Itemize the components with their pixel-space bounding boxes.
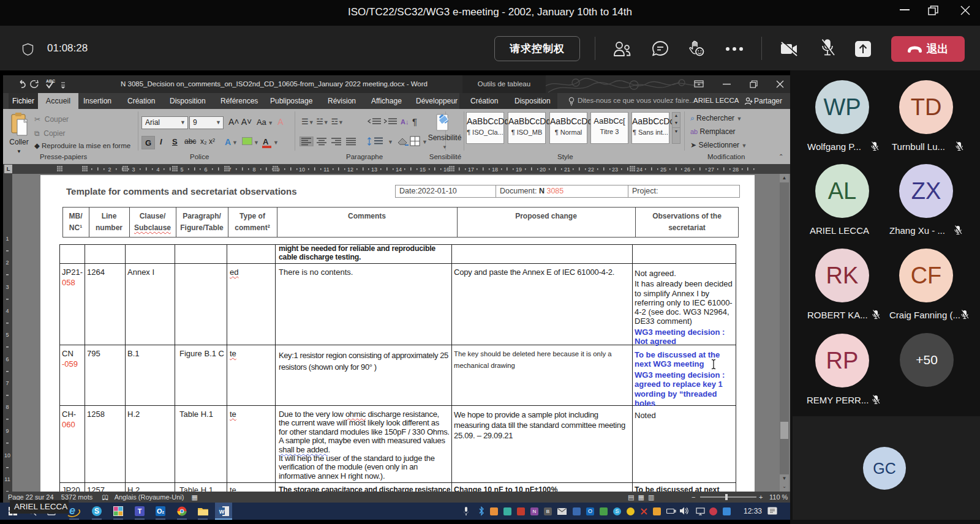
svg-text:10: 10 (299, 167, 305, 173)
svg-text:6: 6 (6, 356, 9, 362)
svg-text:15: 15 (420, 167, 426, 173)
svg-text:5: 5 (6, 332, 9, 338)
svg-text:11: 11 (4, 476, 10, 482)
svg-text:10: 10 (4, 452, 10, 458)
svg-text:12: 12 (347, 167, 353, 173)
svg-text:2: 2 (108, 167, 111, 173)
svg-text:17: 17 (468, 167, 474, 173)
svg-text:4: 4 (6, 308, 9, 314)
svg-text:11: 11 (323, 167, 329, 173)
svg-text:8: 8 (252, 167, 255, 173)
svg-text:18: 18 (492, 167, 498, 173)
svg-text:25: 25 (660, 167, 666, 173)
svg-text:21: 21 (564, 167, 570, 173)
svg-text:2: 2 (6, 260, 9, 266)
svg-text:23: 23 (612, 167, 618, 173)
svg-text:1: 1 (6, 236, 9, 242)
svg-text:4: 4 (156, 167, 159, 173)
svg-text:A↓: A↓ (401, 118, 408, 125)
svg-text:8: 8 (6, 404, 9, 410)
svg-text:16: 16 (443, 167, 450, 173)
svg-text:13: 13 (371, 167, 377, 173)
svg-text:27: 27 (708, 167, 714, 173)
svg-text:24: 24 (636, 167, 643, 173)
svg-text:19: 19 (516, 167, 522, 173)
svg-text:5: 5 (180, 167, 183, 173)
svg-text:ABC: ABC (46, 79, 55, 83)
svg-text:W: W (219, 509, 225, 515)
svg-text:26: 26 (684, 167, 690, 173)
svg-text:22: 22 (588, 167, 594, 173)
svg-text:9: 9 (6, 428, 9, 434)
svg-text:3: 3 (6, 284, 9, 290)
svg-text:28: 28 (733, 167, 739, 173)
svg-text:20: 20 (540, 167, 546, 173)
svg-text:6: 6 (204, 167, 207, 173)
svg-text:14: 14 (396, 167, 402, 173)
svg-text:7: 7 (6, 380, 9, 386)
svg-text:3: 3 (132, 167, 135, 173)
